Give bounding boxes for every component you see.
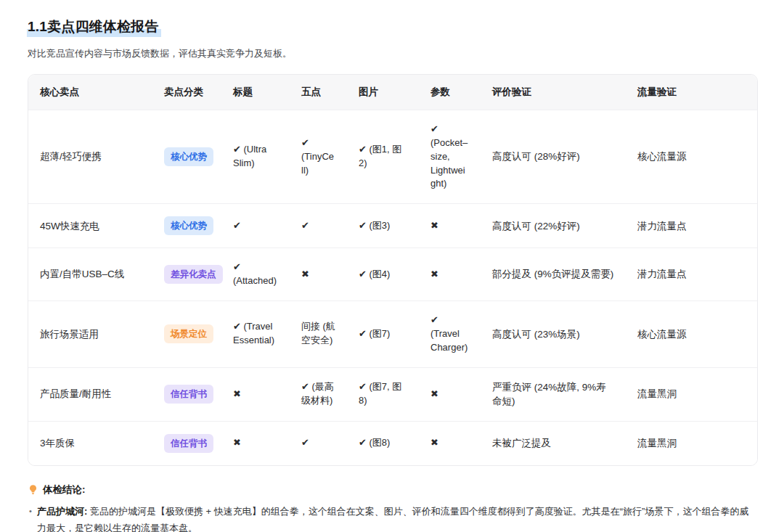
cell-category: 核心优势 [152, 203, 221, 247]
cell-selling-point: 3年质保 [28, 421, 152, 465]
category-badge: 差异化卖点 [164, 265, 223, 284]
col-header-traffic: 流量验证 [626, 75, 757, 110]
cell-traffic: 核心流量源 [626, 110, 757, 203]
category-badge: 信任背书 [164, 385, 213, 404]
cell-traffic: 潜力流量点 [626, 247, 757, 300]
cell-review: 高度认可 (22%好评) [481, 203, 626, 247]
cell-selling-point: 旅行场景适用 [28, 300, 152, 367]
cell-images: ✔ (图3) [347, 203, 419, 247]
table-row: 3年质保 信任背书 ✖ ✔ ✔ (图8) ✖ 未被广泛提及 流量黑洞 [28, 421, 757, 465]
cell-selling-point: 产品质量/耐用性 [28, 367, 152, 421]
cell-review: 未被广泛提及 [481, 421, 626, 465]
col-header-five-points: 五点 [290, 75, 347, 110]
cell-title: ✔ (Ultra Slim) [221, 110, 290, 203]
cell-traffic: 流量黑洞 [626, 367, 757, 421]
cell-images: ✔ (图7, 图8) [347, 367, 419, 421]
table-row: 旅行场景适用 场景定位 ✔ (Travel Essential) 间接 (航空安… [28, 300, 757, 367]
cell-selling-point: 超薄/轻巧便携 [28, 110, 152, 203]
category-badge: 场景定位 [164, 324, 213, 343]
cell-category: 信任背书 [152, 367, 221, 421]
cell-images: ✔ (图4) [347, 247, 419, 300]
page-title: 1.1卖点四维体检报告 [27, 17, 161, 38]
selling-point-audit-table: 核心卖点 卖点分类 标题 五点 图片 参数 评价验证 流量验证 超薄/轻巧便携 … [28, 74, 758, 466]
cell-review: 高度认可 (23%场景) [481, 300, 626, 367]
col-header-images: 图片 [347, 75, 419, 110]
table-row: 产品质量/耐用性 信任背书 ✖ ✔ (最高级材料) ✔ (图7, 图8) ✖ 严… [28, 367, 757, 421]
table-row: 超薄/轻巧便携 核心优势 ✔ (Ultra Slim) ✔ (TinyCell)… [28, 110, 757, 203]
col-header-category: 卖点分类 [152, 75, 221, 110]
cell-traffic: 流量黑洞 [626, 421, 757, 465]
cell-five-points: ✔ (最高级材料) [290, 367, 347, 421]
conclusion-bullet-moat: 产品护城河: 竞品的护城河是【极致便携 + 快速充电】的组合拳，这个组合在文案、… [28, 504, 756, 532]
cell-review: 部分提及 (9%负评提及需要) [481, 247, 626, 300]
cell-category: 核心优势 [152, 110, 221, 203]
category-badge: 核心优势 [164, 216, 213, 235]
cell-title: ✔ (Attached) [221, 247, 290, 300]
page-subtitle: 对比竞品宣传内容与市场反馈数据，评估其真实竞争力及短板。 [28, 47, 756, 60]
category-badge: 信任背书 [164, 434, 213, 453]
bullet-text: 竞品的护城河是【极致便携 + 快速充电】的组合拳，这个组合在文案、图片、评价和流… [37, 506, 748, 532]
conclusion-title: 体检结论: [43, 483, 86, 496]
table-row: 45W快速充电 核心优势 ✔ ✔ ✔ (图3) ✖ 高度认可 (22%好评) 潜… [28, 203, 757, 247]
cell-images: ✔ (图7) [347, 300, 419, 367]
cell-five-points: ✖ [290, 247, 347, 300]
conclusion-bullet-list: 产品护城河: 竞品的护城河是【极致便携 + 快速充电】的组合拳，这个组合在文案、… [28, 504, 756, 532]
cell-review: 高度认可 (28%好评) [481, 110, 626, 203]
cell-params: ✖ [419, 247, 481, 300]
conclusion-heading: 体检结论: [28, 483, 756, 496]
cell-five-points: ✔ (TinyCell) [290, 110, 347, 203]
cell-traffic: 核心流量源 [626, 300, 757, 367]
col-header-title: 标题 [221, 75, 290, 110]
lightbulb-icon [28, 484, 38, 495]
cell-five-points: ✔ [290, 421, 347, 465]
cell-params: ✖ [419, 367, 481, 421]
cell-five-points: ✔ [290, 203, 347, 247]
cell-params: ✖ [419, 421, 481, 465]
cell-category: 差异化卖点 [152, 247, 221, 300]
cell-category: 场景定位 [152, 300, 221, 367]
category-badge: 核心优势 [164, 147, 213, 166]
cell-selling-point: 45W快速充电 [28, 203, 152, 247]
cell-title: ✖ [221, 421, 290, 465]
col-header-params: 参数 [419, 75, 481, 110]
table-header-row: 核心卖点 卖点分类 标题 五点 图片 参数 评价验证 流量验证 [28, 75, 757, 110]
col-header-selling-point: 核心卖点 [28, 75, 152, 110]
cell-title: ✔ (Travel Essential) [221, 300, 290, 367]
cell-five-points: 间接 (航空安全) [290, 300, 347, 367]
cell-images: ✔ (图8) [347, 421, 419, 465]
cell-params: ✔ (Pocket–size, Lightweight) [419, 110, 481, 203]
cell-review: 严重负评 (24%故障, 9%寿命短) [481, 367, 626, 421]
cell-category: 信任背书 [152, 421, 221, 465]
col-header-review: 评价验证 [481, 75, 626, 110]
cell-title: ✔ [221, 203, 290, 247]
bullet-label: 产品护城河: [37, 506, 87, 517]
cell-title: ✖ [221, 367, 290, 421]
table-row: 内置/自带USB–C线 差异化卖点 ✔ (Attached) ✖ ✔ (图4) … [28, 247, 757, 300]
cell-params: ✔ (Travel Charger) [419, 300, 481, 367]
cell-params: ✖ [419, 203, 481, 247]
cell-selling-point: 内置/自带USB–C线 [28, 247, 152, 300]
cell-traffic: 潜力流量点 [626, 203, 757, 247]
cell-images: ✔ (图1, 图2) [347, 110, 419, 203]
